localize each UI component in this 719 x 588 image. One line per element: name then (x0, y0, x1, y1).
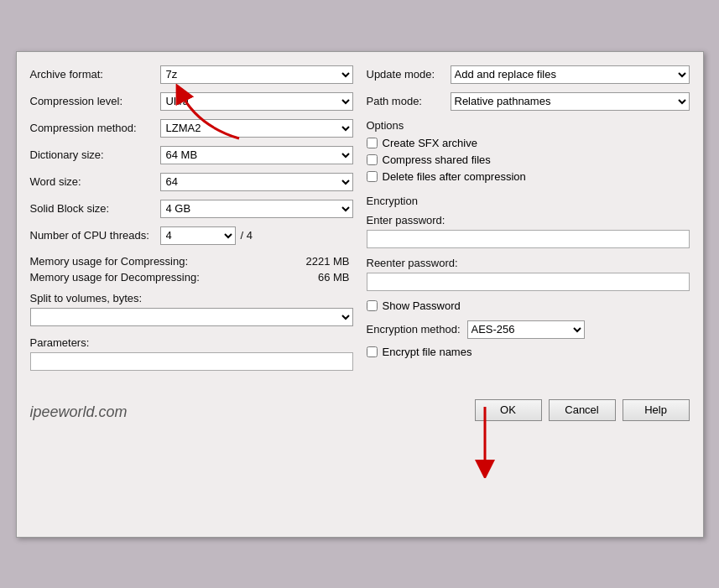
show-password-label: Show Password (383, 299, 461, 312)
options-group: Options Create SFX archive Compress shar… (367, 119, 690, 183)
cpu-threads-select[interactable]: 4 (160, 226, 236, 245)
buttons-row: OK Cancel Help (475, 399, 690, 421)
delete-after-checkbox-row: Delete files after compression (367, 170, 690, 183)
options-title: Options (367, 119, 690, 132)
compress-shared-checkbox-row: Compress shared files (367, 154, 690, 166)
solid-block-row: Solid Block size: 4 GB (30, 200, 353, 218)
word-size-select[interactable]: 64 (160, 173, 353, 191)
compression-level-row: Compression level: Ultra (30, 92, 353, 111)
encrypt-filenames-row: Encrypt file names (367, 346, 690, 358)
memory-decompressing-row: Memory usage for Decompressing: 66 MB (30, 271, 353, 284)
reenter-password-label: Reenter password: (367, 257, 690, 269)
bottom-area: ipeeworld.com OK Cancel Help (30, 391, 690, 421)
memory-compressing-row: Memory usage for Compressing: 2221 MB (30, 255, 353, 268)
watermark: ipeeworld.com (30, 403, 128, 421)
params-label: Parameters: (30, 336, 353, 349)
delete-after-label: Delete files after compression (383, 170, 526, 183)
compression-method-select[interactable]: LZMA2 (160, 119, 353, 138)
dictionary-size-row: Dictionary size: 64 MB (30, 146, 353, 164)
encryption-method-row: Encryption method: AES-256 (367, 320, 690, 339)
solid-block-select[interactable]: 4 GB (160, 200, 353, 218)
compression-level-select[interactable]: Ultra (160, 92, 353, 111)
left-panel: Archive format: 7z Compression level: Ul… (30, 65, 353, 371)
compression-level-label: Compression level: (30, 95, 160, 107)
memory-compressing-value: 2221 MB (305, 255, 349, 268)
update-mode-row: Update mode: Add and replace files (367, 65, 690, 84)
path-mode-label: Path mode: (367, 95, 451, 107)
encryption-title: Encryption (367, 195, 690, 207)
archive-format-row: Archive format: 7z (30, 65, 353, 84)
path-mode-select[interactable]: Relative pathnames (451, 92, 690, 111)
cancel-button[interactable]: Cancel (549, 399, 616, 421)
show-password-checkbox[interactable] (367, 300, 378, 311)
update-mode-label: Update mode: (367, 68, 451, 81)
sfx-checkbox[interactable] (367, 138, 378, 148)
params-section: Parameters: (30, 336, 353, 371)
enter-password-label: Enter password: (367, 214, 690, 226)
params-input[interactable] (30, 352, 353, 371)
memory-decompressing-label: Memory usage for Decompressing: (30, 271, 200, 284)
cpu-threads-of: / 4 (241, 229, 253, 242)
encryption-method-label: Encryption method: (367, 323, 461, 336)
split-section: Split to volumes, bytes: (30, 292, 353, 326)
dictionary-size-select[interactable]: 64 MB (160, 146, 353, 164)
memory-decompressing-value: 66 MB (318, 271, 350, 284)
right-panel: Update mode: Add and replace files Path … (367, 65, 690, 371)
update-mode-select[interactable]: Add and replace files (451, 65, 690, 84)
archive-format-select[interactable]: 7z (160, 65, 353, 84)
encrypt-filenames-checkbox[interactable] (367, 346, 378, 357)
compression-method-label: Compression method: (30, 122, 160, 134)
memory-section: Memory usage for Compressing: 2221 MB Me… (30, 255, 353, 284)
ok-button[interactable]: OK (475, 399, 542, 421)
split-select[interactable] (30, 308, 353, 326)
memory-compressing-label: Memory usage for Compressing: (30, 255, 189, 268)
compression-method-row: Compression method: LZMA2 (30, 119, 353, 138)
help-button[interactable]: Help (623, 399, 690, 421)
solid-block-label: Solid Block size: (30, 202, 160, 215)
encryption-group: Encryption Enter password: Reenter passw… (367, 195, 690, 358)
cpu-threads-label: Number of CPU threads: (30, 229, 160, 242)
path-mode-row: Path mode: Relative pathnames (367, 92, 690, 111)
cpu-threads-row: Number of CPU threads: 4 / 4 (30, 226, 353, 245)
word-size-label: Word size: (30, 175, 160, 188)
delete-after-checkbox[interactable] (367, 171, 378, 182)
cpu-threads-controls: 4 / 4 (160, 226, 253, 245)
encrypt-filenames-label: Encrypt file names (383, 346, 472, 358)
word-size-row: Word size: 64 (30, 173, 353, 191)
dialog: Archive format: 7z Compression level: Ul… (16, 51, 704, 538)
sfx-label: Create SFX archive (383, 137, 477, 149)
sfx-checkbox-row: Create SFX archive (367, 137, 690, 149)
compress-shared-checkbox[interactable] (367, 154, 378, 165)
compress-shared-label: Compress shared files (383, 154, 491, 166)
show-password-row: Show Password (367, 299, 690, 312)
encryption-method-select[interactable]: AES-256 (467, 320, 585, 339)
dictionary-size-label: Dictionary size: (30, 148, 160, 161)
split-label: Split to volumes, bytes: (30, 292, 353, 304)
enter-password-input[interactable] (367, 230, 690, 248)
reenter-password-input[interactable] (367, 273, 690, 291)
archive-format-label: Archive format: (30, 68, 160, 81)
